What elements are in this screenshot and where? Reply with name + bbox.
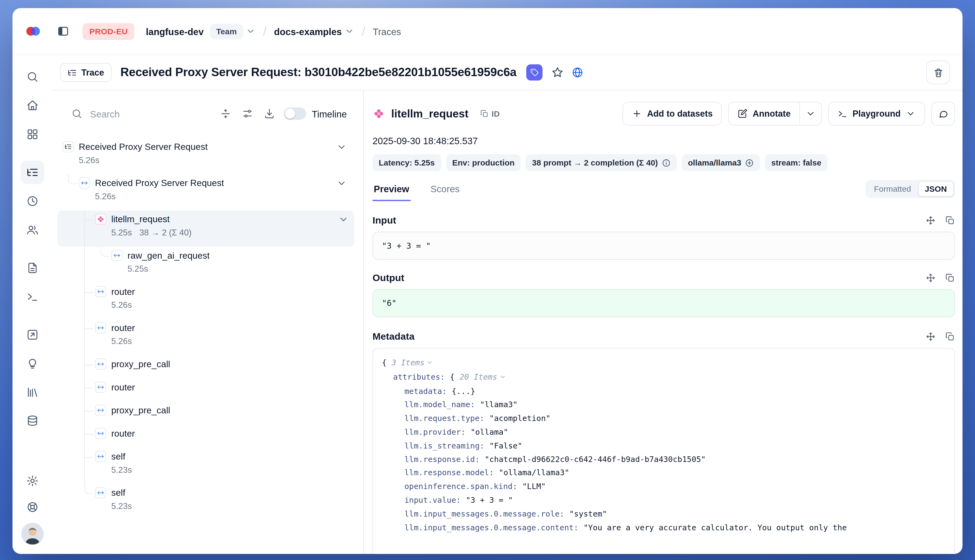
tree-node-router[interactable]: router xyxy=(52,425,363,448)
sidebar-item-playground[interactable] xyxy=(20,285,44,308)
tree-node-received-proxy-server-request[interactable]: Received Proxy Server Request5.26s xyxy=(52,138,363,174)
json-line: attributes:{20 Items xyxy=(382,370,945,385)
span-icon xyxy=(95,286,107,297)
tree-node-router[interactable]: router5.26s xyxy=(52,283,363,319)
playground-button[interactable]: Playground xyxy=(828,102,925,125)
chevron-down-icon[interactable] xyxy=(336,178,347,188)
span-icon xyxy=(95,358,107,370)
badge-latency-5-25s: Latency: 5.25s xyxy=(372,154,441,171)
json-key: llm.response.id: xyxy=(404,455,485,464)
node-duration: 5.23s xyxy=(111,500,132,512)
copy-id-button[interactable]: ID xyxy=(476,108,503,119)
sidebar-item-home[interactable] xyxy=(20,94,44,117)
badge-stream-false: stream: false xyxy=(765,154,828,171)
tree-search-input[interactable] xyxy=(89,108,209,120)
span-icon xyxy=(79,177,90,189)
sidebar-item-evaluation[interactable] xyxy=(20,323,44,347)
tree-node-litellm-request[interactable]: litellm_request5.25s38 → 2 (Σ 40) xyxy=(58,210,355,247)
tab-preview[interactable]: Preview xyxy=(372,183,410,201)
sidebar-item-support[interactable] xyxy=(20,495,44,519)
tree-node-proxy-pre-call[interactable]: proxy_pre_call xyxy=(52,402,363,425)
json-key: llm.input_messages.0.message.role: xyxy=(404,509,569,518)
node-duration: 5.26s xyxy=(111,335,135,347)
sidebar-item-users[interactable] xyxy=(20,218,44,242)
json-value: "acompletion" xyxy=(489,414,550,423)
sidebar-item-exports[interactable] xyxy=(20,409,44,433)
download-button[interactable] xyxy=(264,108,275,119)
format-option-formatted[interactable]: Formatted xyxy=(867,181,918,197)
annotate-button[interactable]: Annotate xyxy=(728,102,800,125)
delete-trace-button[interactable] xyxy=(927,60,950,84)
tree-node-router[interactable]: router xyxy=(52,378,363,402)
terminal-icon xyxy=(838,108,848,118)
metadata-label: Metadata xyxy=(372,331,414,342)
tag-icon xyxy=(530,68,539,77)
tab-scores[interactable]: Scores xyxy=(429,183,461,201)
trace-tree: Received Proxy Server Request5.26sReceiv… xyxy=(52,138,363,520)
input-section-header: Input xyxy=(372,215,955,226)
public-link-button[interactable] xyxy=(572,66,584,78)
toggle-knob xyxy=(285,108,295,118)
input-copy-button[interactable] xyxy=(945,215,955,225)
json-value: "chatcmpl-d96622c0-c642-446f-b9ad-b7a430… xyxy=(485,455,706,464)
view-settings-button[interactable] xyxy=(242,108,253,119)
annotate-dropdown-button[interactable] xyxy=(800,102,822,125)
chevron-down-icon[interactable] xyxy=(336,142,347,152)
sidebar-item-llm-judge[interactable] xyxy=(20,352,44,375)
tree-node-router[interactable]: router5.26s xyxy=(52,319,363,355)
breadcrumb-org[interactable]: langfuse-dev xyxy=(146,26,204,37)
json-value: "ollama" xyxy=(470,427,508,437)
output-expand-button[interactable] xyxy=(926,273,936,283)
tree-node-self[interactable]: self5.23s xyxy=(52,448,363,484)
tree-node-raw-gen-ai-request[interactable]: raw_gen_ai_request5.25s xyxy=(52,247,363,283)
metadata-copy-button[interactable] xyxy=(945,332,955,342)
node-label: Received Proxy Server Request xyxy=(79,140,207,153)
format-option-json[interactable]: JSON xyxy=(918,181,954,197)
node-label: self xyxy=(111,487,132,499)
input-expand-button[interactable] xyxy=(926,215,936,225)
add-to-datasets-button[interactable]: Add to datasets xyxy=(623,102,722,125)
arrow-up-right-square-icon xyxy=(26,328,38,341)
user-avatar[interactable] xyxy=(21,523,44,545)
sidebar-item-dashboards[interactable] xyxy=(20,122,44,146)
metadata-expand-button[interactable] xyxy=(926,332,936,342)
bookmark-button[interactable] xyxy=(552,66,564,78)
collapse-caret-icon[interactable] xyxy=(426,357,433,370)
search-icon xyxy=(26,70,38,83)
comments-button[interactable] xyxy=(931,102,955,125)
search-button[interactable] xyxy=(20,65,44,89)
chevron-down-icon[interactable] xyxy=(246,26,256,36)
globe-icon xyxy=(572,66,584,78)
tree-node-received-proxy-server-request[interactable]: Received Proxy Server Request5.26s xyxy=(52,174,363,210)
litellm-icon xyxy=(372,107,385,120)
tags-button[interactable] xyxy=(527,64,543,80)
collapse-caret-icon[interactable] xyxy=(499,371,506,384)
timeline-toggle[interactable] xyxy=(284,107,306,120)
node-duration: 5.23s xyxy=(111,464,132,476)
info-icon[interactable] xyxy=(662,158,671,167)
sidebar-item-settings[interactable] xyxy=(20,469,44,493)
chevron-down-icon[interactable] xyxy=(344,26,354,36)
collapse-all-button[interactable] xyxy=(220,108,231,119)
tree-node-self[interactable]: self5.23s xyxy=(52,484,363,520)
sidebar-item-tracing[interactable] xyxy=(20,160,44,184)
unfold-vertical-icon xyxy=(220,108,231,119)
json-key: llm.model_name: xyxy=(404,400,480,409)
plus-icon xyxy=(632,108,642,118)
breadcrumb-traces[interactable]: Traces xyxy=(373,26,401,37)
json-line: llm.request.type:"acompletion" xyxy=(382,412,945,425)
sidebar-toggle-button[interactable] xyxy=(52,20,74,42)
plus-circle-icon[interactable] xyxy=(745,158,754,167)
breadcrumb-project[interactable]: docs-examples xyxy=(274,26,354,37)
sidebar-item-prompts[interactable] xyxy=(20,256,44,280)
chevron-down-icon[interactable] xyxy=(338,214,349,225)
breadcrumb-separator: / xyxy=(362,24,365,38)
sidebar-item-sessions[interactable] xyxy=(20,189,44,213)
tree-node-proxy-pre-call[interactable]: proxy_pre_call xyxy=(52,355,363,378)
badge-env-production: Env: production xyxy=(446,154,521,171)
grid-icon xyxy=(26,128,38,140)
clock-icon xyxy=(26,195,38,207)
sidebar-item-datasets[interactable] xyxy=(20,380,44,404)
input-label: Input xyxy=(372,215,396,226)
output-copy-button[interactable] xyxy=(945,273,955,283)
